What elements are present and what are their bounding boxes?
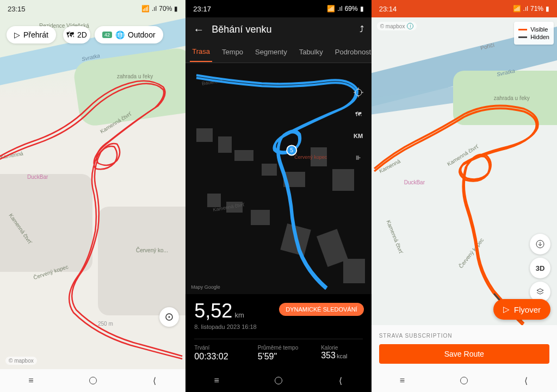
route-badge: 42 [102, 32, 112, 38]
status-bar: 23:14 📶 .ıl 71% ▮ [372, 0, 557, 17]
info-icon[interactable]: i [407, 23, 413, 29]
home-button[interactable] [86, 374, 100, 387]
map-label-poi: DuckBar [404, 179, 425, 185]
legend-visible-label: Visible [530, 26, 548, 33]
status-time: 23:14 [379, 5, 397, 13]
battery-text: 70% [159, 5, 172, 13]
status-time: 23:15 [8, 5, 26, 13]
status-icons: 📶 .ıl 70% ▮ [141, 5, 178, 13]
play-icon: ▷ [503, 304, 510, 314]
metric-value: 353 [321, 351, 336, 360]
subscription-section: STRAVA SUBSCRIPTION Save Route [372, 325, 557, 369]
home-button[interactable] [457, 374, 471, 387]
map-layers-icon: 🗺 [355, 111, 361, 117]
map-label: Kamenná [0, 150, 23, 160]
tab-podrobnosti[interactable]: Podrobnosti [333, 42, 372, 61]
huawei-health-panel: 23:17 📶 .ıl 69% ▮ ← Běhání venku ⤴ Trasa… [185, 0, 371, 392]
status-bar: 23:17 📶 .ıl 69% ▮ [185, 0, 371, 17]
recents-button[interactable]: ≡ [210, 374, 223, 387]
back-button[interactable]: ⟨ [148, 374, 161, 387]
metric-duration: Trvání 00:33:02 [194, 345, 236, 362]
metric-calories: Kalorie 353kcal [321, 345, 362, 362]
signal-icon: .ıl [152, 5, 157, 13]
play-label: Přehrát [23, 30, 48, 39]
back-button[interactable]: ⟨ [334, 374, 347, 387]
download-icon [536, 240, 544, 248]
home-button[interactable] [272, 374, 285, 387]
share-icon[interactable]: ⤴ [360, 24, 364, 34]
status-time: 23:17 [193, 5, 211, 13]
metric-label: Trvání [194, 345, 236, 351]
map-label: Červený ko... [136, 247, 168, 253]
mode-2d-button[interactable]: 🗺 2D [63, 26, 90, 43]
android-navbar: ≡ ⟨ [0, 369, 185, 392]
android-navbar: ≡ ⟨ [185, 369, 371, 392]
flyover-button[interactable]: ▷ Flyover [493, 299, 550, 320]
save-route-button[interactable]: Save Route [379, 344, 549, 364]
metric-value: 00:33:02 [194, 352, 236, 362]
android-navbar: ≡ ⟨ [372, 369, 557, 392]
tab-tempo[interactable]: Tempo [220, 42, 245, 61]
battery-icon: ▮ [174, 5, 178, 13]
tab-tabulky[interactable]: Tabulky [297, 42, 325, 61]
map-area[interactable]: Bauerova Kamenná čtvrť Červený kopec 5 🗺… [185, 63, 371, 294]
recents-button[interactable]: ≡ [24, 374, 38, 387]
back-button[interactable]: ⟨ [519, 374, 533, 387]
map-background[interactable]: Rezidence Vídeňská Svratka zahrada u řek… [0, 0, 185, 392]
legend-visible-swatch [518, 29, 527, 30]
wifi-icon: 📶 [327, 5, 335, 13]
battery-text: 69% [345, 5, 358, 13]
map-label: Kamenná čtvrť [446, 143, 479, 167]
flyover-label: Flyover [514, 305, 541, 314]
legend-hidden-label: Hidden [530, 34, 549, 40]
settings-button[interactable]: ⊪ [351, 150, 366, 165]
sliders-icon: ⊪ [356, 154, 361, 161]
mapbox-attribution: © mapbox [5, 357, 37, 365]
wifi-icon: 📶 [141, 5, 150, 13]
svg-point-1 [169, 316, 170, 318]
metric-value: 5'59" [258, 352, 299, 362]
signal-icon: .ıl [523, 5, 528, 13]
battery-icon: ▮ [360, 5, 364, 13]
outdoor-button[interactable]: 42 🌐 Outdoor [95, 26, 163, 43]
app-header: ← Běhání venku ⤴ [185, 17, 371, 41]
google-attribution: Mapy Google [191, 284, 220, 290]
map-label: Bauerova [202, 78, 224, 86]
play-button[interactable]: ▷ Přehrát [7, 26, 56, 43]
distance-value: 5,52 [194, 300, 232, 322]
tab-segmenty[interactable]: Segmenty [253, 42, 289, 61]
tab-bar: Trasa Tempo Segmenty Tabulky Podrobnosti [185, 41, 371, 63]
layers-button[interactable]: 🗺 [351, 107, 366, 122]
tab-trasa[interactable]: Trasa [190, 42, 212, 62]
mode-3d-button[interactable]: 3D [530, 258, 550, 278]
map-label: Kamenná [378, 158, 401, 175]
dynamic-tracking-button[interactable]: DYNAMICKÉ SLEDOVÁNÍ [279, 303, 363, 316]
signal-icon: .ıl [337, 5, 342, 13]
km-marker: 5 [290, 147, 294, 153]
stats-panel: 5,52km DYNAMICKÉ SLEDOVÁNÍ 8. listopadu … [185, 294, 371, 369]
strava-route-panel: Poříčí Svratka zahrada u řeky Kamenná Ka… [372, 0, 557, 392]
recents-button[interactable]: ≡ [396, 374, 409, 387]
status-icons: 📶 .ıl 69% ▮ [327, 5, 363, 13]
map-label: zahrada u řeky [117, 73, 153, 79]
locate-button[interactable] [351, 85, 366, 100]
download-button[interactable] [530, 234, 550, 254]
svg-point-2 [287, 145, 297, 155]
map-label: Kamenná čtvrť [385, 219, 404, 254]
mode-2d-label: 2D [77, 30, 87, 39]
distance-unit: km [234, 311, 244, 319]
crosshair-icon [164, 312, 175, 322]
activity-date: 8. listopadu 2023 16:18 [194, 323, 362, 330]
map-label: Červený kopec [294, 154, 327, 160]
map-label: Červený kopec [457, 237, 485, 269]
globe-icon: 🌐 [115, 30, 125, 39]
route-legend: Visible Hidden [514, 22, 554, 45]
metric-pace: Průměrné tempo 5'59" [258, 345, 299, 362]
mapbox-text: © mapbox [380, 23, 405, 29]
map-icon: 🗺 [66, 30, 74, 39]
battery-icon: ▮ [546, 5, 549, 13]
back-arrow-icon[interactable]: ← [193, 23, 204, 36]
svg-point-3 [355, 89, 362, 96]
km-toggle[interactable]: KM [351, 128, 366, 144]
strava-activity-panel: Rezidence Vídeňská Svratka zahrada u řek… [0, 0, 185, 392]
